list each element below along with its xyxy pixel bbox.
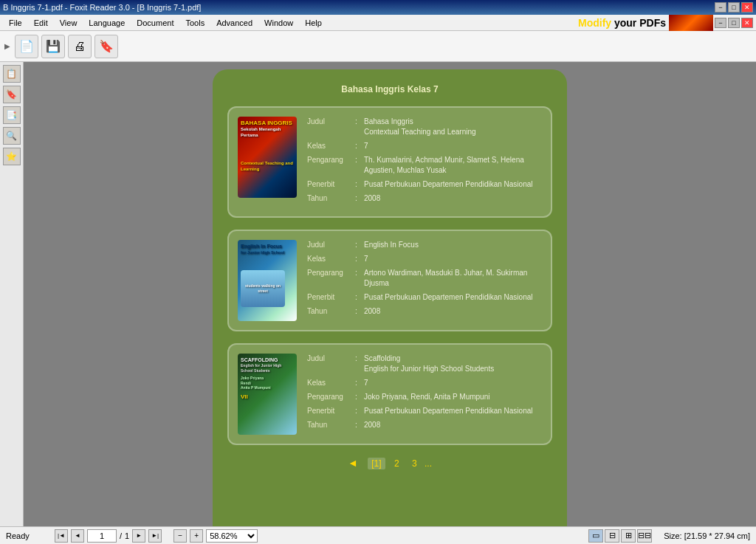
page-total-text: 1 [125,531,129,540]
info-judul-2: Judul : English In Focus [307,240,542,250]
page-1-button[interactable]: [1] [368,458,385,469]
page-size-text: Size: [21.59 * 27.94 cm] [664,531,750,540]
status-text: Ready [6,531,43,540]
book-card-2: English In Focus for Junior High School … [227,230,552,331]
sidebar-btn-bookmarks[interactable]: 🔖 [3,86,21,103]
pdf-content: Bahasa Inggris Kelas 7 BAHASA INGGRIS Se… [24,62,756,526]
info-pengarang-1: Pengarang : Th. Kumalarini, Achmad Munir… [307,155,542,176]
close-button[interactable]: ✕ [741,2,753,13]
judul-main-1: Bahasa Inggris [364,117,413,125]
continuous-view[interactable]: ⊟ [605,529,619,543]
two-page-continuous-view[interactable]: ⊟⊟ [637,529,652,543]
page-title: Bahasa Inggris Kelas 7 [227,84,552,94]
zoom-controls: − + 58.62% 50% 75% 100% 150% [173,529,258,543]
two-page-view[interactable]: ⊞ [621,529,636,543]
info-penerbit-3: Penerbit : Pusat Perbukuan Departemen Pe… [307,406,542,416]
toolbar: ▶ 📄 💾 🖨 🔖 [0,31,756,62]
info-judul-1: Judul : Bahasa Inggris Contextual Teachi… [307,117,542,137]
penerbit-val-2: Pusat Perbukuan Departemen Pendidikan Na… [364,292,542,303]
single-page-view[interactable]: ▭ [588,529,603,543]
penerbit-val-3: Pusat Perbukuan Departemen Pendidikan Na… [364,406,542,416]
cover-text-3: SCAFFOLDING English for Junior High Scho… [241,357,294,401]
print-button[interactable]: 🖨 [68,35,92,58]
menu-language[interactable]: Language [83,17,131,29]
book-card-3: SCAFFOLDING English for Junior High Scho… [227,343,552,445]
view-buttons: ▭ ⊟ ⊞ ⊟⊟ [588,529,652,543]
info-tahun-2: Tahun : 2008 [307,306,542,317]
judul-sub-3: English for Junior High School Students [364,365,494,373]
prev-page-button[interactable]: ◄ [348,457,358,469]
sidebar-btn-signatures[interactable]: 📑 [3,106,21,124]
prev-page-button[interactable]: ◄ [71,529,84,543]
judul-sub-1: Contextual Teaching and Learning [364,128,476,136]
next-page-button[interactable]: ► [132,529,145,543]
page-2-button[interactable]: 2 [391,458,403,469]
zoom-select[interactable]: 58.62% 50% 75% 100% 150% [206,529,258,543]
pengarang-val-2: Artono Wardiman, Masduki B. Juhar, M. Su… [364,268,542,289]
book-info-2: Judul : English In Focus Kelas : 7 Penga… [307,240,542,321]
sidebar-btn-search[interactable]: 🔍 [3,127,21,145]
judul-main-3: Scaffolding [364,354,400,362]
book-card-1: BAHASA INGGRIS Sekolah Menengah Pertama … [227,106,552,218]
title-bar: B Inggris 7-1.pdf - Foxit Reader 3.0 - [… [0,0,756,15]
kelas-val-2: 7 [364,254,542,264]
sidebar-btn-favorites[interactable]: ⭐ [3,148,21,165]
info-tahun-1: Tahun : 2008 [307,193,542,204]
kelas-val-1: 7 [364,141,542,151]
menu-file[interactable]: File [3,17,28,29]
menu-view[interactable]: View [54,17,83,29]
close-btn2[interactable]: ✕ [741,18,753,28]
menu-advanced[interactable]: Advanced [210,17,258,29]
logo-image [669,15,713,31]
main-area: 📋 🔖 📑 🔍 ⭐ Bahasa Inggris Kelas 7 BAHASA … [0,62,756,526]
menu-document[interactable]: Document [131,17,179,29]
first-page-button[interactable]: |◄ [55,529,68,543]
kelas-val-3: 7 [364,378,542,388]
new-button[interactable]: 📄 [15,35,38,58]
logo-text: Modify your PDFs [578,17,666,29]
info-pengarang-2: Pengarang : Artono Wardiman, Masduki B. … [307,268,542,289]
cover-text-2: English In Focus for Junior High School … [241,243,294,307]
pengarang-val-1: Th. Kumalarini, Achmad Munir, Slamet S, … [364,155,542,176]
logo-area: Modify your PDFs − □ ✕ [578,15,753,31]
tahun-val-2: 2008 [364,306,542,317]
menu-edit[interactable]: Edit [28,17,54,29]
page-3-button[interactable]: 3 [408,458,421,469]
minimize-button[interactable]: − [715,2,726,13]
judul-val-2: English In Focus [364,240,542,250]
info-penerbit-1: Penerbit : Pusat Perbukuan Departemen Pe… [307,179,542,190]
toolbar-expander[interactable]: ▶ [3,41,12,52]
min-btn2[interactable]: − [715,18,726,28]
logo-modify: Modify [578,17,611,29]
info-pengarang-3: Pengarang : Joko Priyana, Rendi, Anita P… [307,392,542,402]
info-kelas-1: Kelas : 7 [307,141,542,151]
bookmark-button[interactable]: 🔖 [94,35,118,58]
pengarang-val-3: Joko Priyana, Rendi, Anita P Mumpuni [364,392,542,402]
info-kelas-2: Kelas : 7 [307,254,542,264]
page-number-input[interactable] [87,529,117,543]
menu-bar: File Edit View Language Document Tools A… [0,15,756,31]
max-btn2[interactable]: □ [728,18,740,28]
book-cover-1: BAHASA INGGRIS Sekolah Menengah Pertama … [238,117,297,198]
sidebar: 📋 🔖 📑 🔍 ⭐ [0,62,24,526]
window-controls: − □ ✕ [715,2,753,13]
page-separator: / [120,531,122,540]
zoom-out-button[interactable]: − [173,529,187,543]
status-bar: Ready |◄ ◄ / 1 ► ►| − + 58.62% 50% 75% 1… [0,526,756,544]
info-judul-3: Judul : Scaffolding English for Junior H… [307,354,542,374]
penerbit-val-1: Pusat Perbukuan Departemen Pendidikan Na… [364,179,542,190]
menu-help[interactable]: Help [299,17,328,29]
pdf-page: Bahasa Inggris Kelas 7 BAHASA INGGRIS Se… [213,69,567,526]
tahun-val-3: 2008 [364,420,542,430]
sidebar-btn-pages[interactable]: 📋 [3,65,21,83]
info-penerbit-2: Penerbit : Pusat Perbukuan Departemen Pe… [307,292,542,303]
zoom-in-button[interactable]: + [190,529,203,543]
info-kelas-3: Kelas : 7 [307,378,542,388]
menu-tools[interactable]: Tools [179,17,210,29]
last-page-button[interactable]: ►| [148,529,162,543]
page-ellipsis: ... [425,458,432,469]
save-button[interactable]: 💾 [41,35,65,58]
maximize-button[interactable]: □ [728,2,740,13]
book-info-3: Judul : Scaffolding English for Junior H… [307,354,542,435]
menu-window[interactable]: Window [258,17,299,29]
